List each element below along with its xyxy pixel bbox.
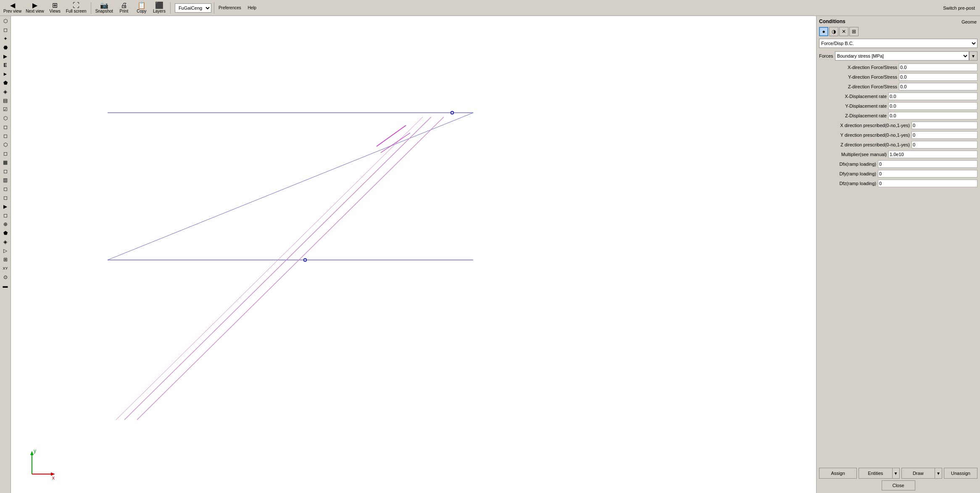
prev-view-button[interactable]: ◀ Prev view [2,1,23,14]
left-tool-7[interactable]: ◈ [1,87,10,96]
form-row-1: Y-direction Force/Stress [819,73,977,81]
entities-arrow-button[interactable]: ▼ [892,468,900,479]
full-screen-icon: ⛶ [73,2,79,9]
copy-button[interactable]: 📋 Copy [133,1,150,14]
left-tool-9[interactable]: ☑ [1,105,10,114]
left-tool-23[interactable]: ⬟ [1,229,10,237]
left-tool-18[interactable]: ◻ [1,185,10,193]
left-tool-3[interactable]: ⬣ [1,43,10,52]
svg-text:y: y [34,448,36,454]
viewport[interactable]: y x [11,16,816,493]
left-tool-21[interactable]: ◻ [1,211,10,220]
assign-button[interactable]: Assign [819,468,857,479]
form-input-10[interactable] [878,160,977,168]
left-tool-11[interactable]: ◻ [1,123,10,131]
form-row-8: Z direction prescribed(0-no,1-yes) [819,140,977,149]
svg-text:x: x [52,475,55,480]
form-row-9: Multiplier(see manual) [819,150,977,159]
left-tool-10[interactable]: ⬡ [1,114,10,122]
form-row-7: Y direction prescribed(0-no,1-yes) [819,131,977,139]
bottom-btn-row: Assign Entities ▼ Draw ▼ Unassign [819,468,977,479]
form-input-3[interactable] [888,93,977,100]
left-tool-1[interactable]: ◻ [1,26,10,34]
form-label-1: Y-direction Force/Stress [819,74,899,80]
layer-dropdown[interactable]: FuGaiCeng [175,3,211,13]
form-row-10: Dfx(ramp loading) [819,160,977,168]
forces-type-dropdown[interactable]: Boundary stress [MPa] [835,51,969,61]
close-btn-row: Close [819,480,977,490]
print-button[interactable]: 🖨 Print [116,1,132,14]
form-input-0[interactable] [899,64,977,71]
left-tool-5[interactable]: ► [1,70,10,78]
panel-bottom: Assign Entities ▼ Draw ▼ Unassign Close [819,464,977,490]
left-toolbar: ⬡ ◻ ✦ ⬣ ▶ E ► ⬟ ◈ ▤ ☑ ⬡ ◻ ◻ ⬡ ◻ ▦ ◻ ▥ ◻ … [0,16,11,493]
form-input-9[interactable] [888,151,977,158]
bc-type-dropdown[interactable]: Force/Disp B.C. [819,39,977,48]
form-label-6: X direction prescribed(0-no,1-yes) [819,123,912,128]
left-tool-19[interactable]: ◻ [1,193,10,202]
left-tool-6[interactable]: ⬟ [1,79,10,87]
prev-view-icon: ◀ [10,2,15,9]
form-label-11: Dfy(ramp loading) [819,171,878,176]
snapshot-icon: 📷 [100,2,108,9]
snapshot-button[interactable]: 📷 Snapshot [94,1,115,14]
toolbar-separator-1 [91,2,91,14]
preferences-button[interactable]: Preferences [217,5,243,11]
left-tool-28[interactable]: ▬ [1,282,10,290]
panel-icon-btn-2[interactable]: ✕ [839,27,848,36]
form-input-2[interactable] [899,83,977,90]
form-input-5[interactable] [888,112,977,119]
help-button[interactable]: Help [244,5,261,11]
left-tool-25[interactable]: ▷ [1,246,10,255]
layers-button[interactable]: ⬛ Layers [151,1,168,14]
panel-icon-btn-1[interactable]: ◑ [829,27,838,36]
left-tool-17[interactable]: ▥ [1,176,10,184]
full-screen-button[interactable]: ⛶ Full screen [64,1,88,14]
left-tool-20[interactable]: ▶ [1,202,10,211]
form-label-5: Z-Displacement rate [819,113,888,118]
svg-line-6 [377,125,406,146]
form-row-12: Dfz(ramp loading) [819,179,977,188]
views-button[interactable]: ⊞ Views [47,1,63,14]
form-label-2: Z-direction Force/Stress [819,84,899,89]
forces-arrow-btn[interactable]: ▼ [969,51,977,61]
left-tool-8[interactable]: ▤ [1,96,10,105]
left-tool-14[interactable]: ◻ [1,149,10,158]
left-tool-0[interactable]: ⬡ [1,17,10,25]
left-tool-12[interactable]: ◻ [1,132,10,140]
top-toolbar: ◀ Prev view ▶ Next view ⊞ Views ⛶ Full s… [0,0,980,16]
left-tool-22[interactable]: ⊕ [1,220,10,228]
svg-marker-13 [30,451,34,455]
entities-button[interactable]: Entities [859,468,892,479]
svg-line-2 [108,113,473,260]
unassign-button[interactable]: Unassign [944,468,977,479]
svg-line-3 [124,117,431,420]
left-tool-16[interactable]: ◻ [1,167,10,175]
form-input-4[interactable] [888,102,977,110]
next-view-button[interactable]: ▶ Next view [24,1,45,14]
form-input-12[interactable] [878,180,977,187]
left-tool-26[interactable]: ⊞ [1,255,10,264]
left-tool-2[interactable]: ✦ [1,34,10,43]
form-input-1[interactable] [899,73,977,81]
form-input-7[interactable] [912,131,977,139]
form-input-11[interactable] [878,170,977,178]
left-tool-27[interactable]: ⊙ [1,273,10,281]
panel-icon-row: ● ◑ ✕ ⊞ [819,27,977,36]
panel-icon-btn-3[interactable]: ⊞ [849,27,859,36]
panel-icon-btn-0[interactable]: ● [819,27,828,36]
left-tool-15[interactable]: ▦ [1,158,10,167]
left-tool-e[interactable]: E [1,61,10,69]
left-tool-4[interactable]: ▶ [1,52,10,61]
form-input-6[interactable] [912,122,977,129]
entities-dropdown-group: Entities ▼ [859,468,900,479]
left-tool-xy[interactable]: XY [1,264,10,273]
form-input-8[interactable] [912,141,977,148]
form-row-5: Z-Displacement rate [819,111,977,120]
toolbar-separator-2 [170,2,171,14]
draw-arrow-button[interactable]: ▼ [935,468,942,479]
close-button[interactable]: Close [882,480,915,490]
left-tool-13[interactable]: ⬡ [1,140,10,149]
draw-button[interactable]: Draw [901,468,935,479]
left-tool-24[interactable]: ◈ [1,238,10,246]
